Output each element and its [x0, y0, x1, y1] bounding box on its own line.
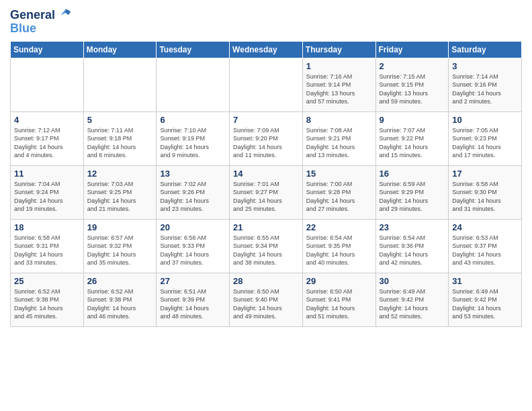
header-day-tuesday: Tuesday: [157, 41, 230, 58]
day-number: 4: [14, 115, 80, 125]
day-number: 26: [87, 276, 153, 286]
day-number: 12: [87, 169, 153, 179]
day-info: Sunrise: 6:59 AM Sunset: 9:29 PM Dayligh…: [380, 180, 445, 214]
day-cell: 17Sunrise: 6:58 AM Sunset: 9:30 PM Dayli…: [449, 165, 522, 219]
day-info: Sunrise: 7:09 AM Sunset: 9:20 PM Dayligh…: [233, 126, 299, 160]
day-number: 18: [14, 222, 80, 232]
calendar-table: SundayMondayTuesdayWednesdayThursdayFrid…: [10, 41, 522, 327]
day-number: 22: [306, 222, 372, 232]
day-cell: 14Sunrise: 7:01 AM Sunset: 9:27 PM Dayli…: [230, 165, 303, 219]
day-number: 21: [233, 222, 299, 232]
day-info: Sunrise: 6:49 AM Sunset: 9:42 PM Dayligh…: [452, 287, 518, 321]
day-cell: 30Sunrise: 6:49 AM Sunset: 9:42 PM Dayli…: [375, 273, 449, 326]
day-number: 10: [452, 115, 518, 125]
day-number: 8: [306, 115, 372, 125]
day-cell: 5Sunrise: 7:11 AM Sunset: 9:18 PM Daylig…: [83, 111, 157, 165]
day-number: 15: [306, 169, 372, 179]
day-cell: [157, 58, 230, 111]
day-number: 25: [14, 276, 80, 286]
header-day-friday: Friday: [375, 41, 449, 58]
day-cell: [83, 58, 157, 111]
day-number: 19: [87, 222, 153, 232]
day-info: Sunrise: 7:11 AM Sunset: 9:18 PM Dayligh…: [87, 126, 153, 160]
day-cell: 9Sunrise: 7:07 AM Sunset: 9:22 PM Daylig…: [375, 111, 449, 165]
header-row: SundayMondayTuesdayWednesdayThursdayFrid…: [11, 41, 522, 58]
day-info: Sunrise: 6:52 AM Sunset: 9:38 PM Dayligh…: [87, 287, 153, 321]
day-number: 28: [233, 276, 299, 286]
day-number: 5: [87, 115, 153, 125]
header-day-thursday: Thursday: [302, 41, 375, 58]
day-number: 29: [306, 276, 372, 286]
day-cell: [230, 58, 303, 111]
header-day-monday: Monday: [83, 41, 157, 58]
day-cell: 29Sunrise: 6:50 AM Sunset: 9:41 PM Dayli…: [302, 273, 375, 326]
day-cell: 21Sunrise: 6:55 AM Sunset: 9:34 PM Dayli…: [230, 219, 303, 273]
calendar-header: SundayMondayTuesdayWednesdayThursdayFrid…: [11, 41, 522, 58]
day-cell: 4Sunrise: 7:12 AM Sunset: 9:17 PM Daylig…: [11, 111, 84, 165]
day-cell: 31Sunrise: 6:49 AM Sunset: 9:42 PM Dayli…: [449, 273, 522, 326]
logo-line1: General: [10, 7, 72, 22]
day-info: Sunrise: 6:57 AM Sunset: 9:32 PM Dayligh…: [87, 234, 153, 267]
day-number: 13: [160, 169, 226, 179]
header-day-wednesday: Wednesday: [230, 41, 303, 58]
day-info: Sunrise: 7:12 AM Sunset: 9:17 PM Dayligh…: [14, 126, 80, 160]
week-row-2: 11Sunrise: 7:04 AM Sunset: 9:24 PM Dayli…: [11, 165, 522, 219]
day-number: 20: [160, 222, 226, 232]
day-number: 3: [452, 61, 518, 71]
day-info: Sunrise: 6:54 AM Sunset: 9:36 PM Dayligh…: [380, 234, 445, 267]
svg-marker-1: [66, 9, 71, 15]
day-number: 7: [233, 115, 299, 125]
day-info: Sunrise: 6:54 AM Sunset: 9:35 PM Dayligh…: [306, 234, 372, 267]
day-info: Sunrise: 7:05 AM Sunset: 9:23 PM Dayligh…: [452, 126, 518, 160]
day-info: Sunrise: 7:16 AM Sunset: 9:14 PM Dayligh…: [306, 73, 372, 106]
logo-line2: Blue: [10, 22, 72, 36]
day-info: Sunrise: 7:08 AM Sunset: 9:21 PM Dayligh…: [306, 126, 372, 160]
day-info: Sunrise: 7:10 AM Sunset: 9:19 PM Dayligh…: [160, 126, 226, 160]
day-info: Sunrise: 7:01 AM Sunset: 9:27 PM Dayligh…: [233, 180, 299, 214]
day-cell: 11Sunrise: 7:04 AM Sunset: 9:24 PM Dayli…: [11, 165, 84, 219]
day-info: Sunrise: 6:53 AM Sunset: 9:37 PM Dayligh…: [452, 234, 518, 267]
page-container: General Blue SundayMondayTuesdayWednesda…: [0, 0, 532, 334]
day-cell: 22Sunrise: 6:54 AM Sunset: 9:35 PM Dayli…: [302, 219, 375, 273]
day-cell: 8Sunrise: 7:08 AM Sunset: 9:21 PM Daylig…: [302, 111, 375, 165]
day-cell: 25Sunrise: 6:52 AM Sunset: 9:38 PM Dayli…: [11, 273, 84, 326]
day-number: 11: [14, 169, 80, 179]
day-cell: 23Sunrise: 6:54 AM Sunset: 9:36 PM Dayli…: [375, 219, 449, 273]
day-number: 2: [380, 61, 445, 71]
day-cell: 27Sunrise: 6:51 AM Sunset: 9:39 PM Dayli…: [157, 273, 230, 326]
day-cell: 7Sunrise: 7:09 AM Sunset: 9:20 PM Daylig…: [230, 111, 303, 165]
logo-bird-icon: [60, 7, 72, 19]
day-number: 16: [380, 169, 445, 179]
day-cell: 13Sunrise: 7:02 AM Sunset: 9:26 PM Dayli…: [157, 165, 230, 219]
day-cell: 2Sunrise: 7:15 AM Sunset: 9:15 PM Daylig…: [375, 58, 449, 111]
day-info: Sunrise: 6:51 AM Sunset: 9:39 PM Dayligh…: [160, 287, 226, 321]
calendar-body: 1Sunrise: 7:16 AM Sunset: 9:14 PM Daylig…: [11, 58, 522, 326]
header-day-saturday: Saturday: [449, 41, 522, 58]
day-number: 24: [452, 222, 518, 232]
day-number: 31: [452, 276, 518, 286]
day-cell: 3Sunrise: 7:14 AM Sunset: 9:16 PM Daylig…: [449, 58, 522, 111]
day-info: Sunrise: 7:15 AM Sunset: 9:15 PM Dayligh…: [380, 73, 445, 106]
day-cell: 24Sunrise: 6:53 AM Sunset: 9:37 PM Dayli…: [449, 219, 522, 273]
day-number: 17: [452, 169, 518, 179]
week-row-4: 25Sunrise: 6:52 AM Sunset: 9:38 PM Dayli…: [11, 273, 522, 326]
day-cell: 19Sunrise: 6:57 AM Sunset: 9:32 PM Dayli…: [83, 219, 157, 273]
day-cell: 18Sunrise: 6:58 AM Sunset: 9:31 PM Dayli…: [11, 219, 84, 273]
day-info: Sunrise: 6:50 AM Sunset: 9:40 PM Dayligh…: [233, 287, 299, 321]
day-number: 23: [380, 222, 445, 232]
day-cell: 15Sunrise: 7:00 AM Sunset: 9:28 PM Dayli…: [302, 165, 375, 219]
day-info: Sunrise: 6:49 AM Sunset: 9:42 PM Dayligh…: [380, 287, 445, 321]
day-number: 6: [160, 115, 226, 125]
day-info: Sunrise: 6:52 AM Sunset: 9:38 PM Dayligh…: [14, 287, 80, 321]
day-info: Sunrise: 7:14 AM Sunset: 9:16 PM Dayligh…: [452, 73, 518, 106]
logo: General Blue: [10, 7, 72, 36]
day-info: Sunrise: 6:58 AM Sunset: 9:30 PM Dayligh…: [452, 180, 518, 214]
day-cell: 20Sunrise: 6:56 AM Sunset: 9:33 PM Dayli…: [157, 219, 230, 273]
day-number: 1: [306, 61, 372, 71]
day-info: Sunrise: 7:04 AM Sunset: 9:24 PM Dayligh…: [14, 180, 80, 214]
page-header: General Blue: [10, 7, 522, 36]
day-info: Sunrise: 6:56 AM Sunset: 9:33 PM Dayligh…: [160, 234, 226, 267]
day-cell: 10Sunrise: 7:05 AM Sunset: 9:23 PM Dayli…: [449, 111, 522, 165]
day-number: 9: [380, 115, 445, 125]
day-cell: 12Sunrise: 7:03 AM Sunset: 9:25 PM Dayli…: [83, 165, 157, 219]
